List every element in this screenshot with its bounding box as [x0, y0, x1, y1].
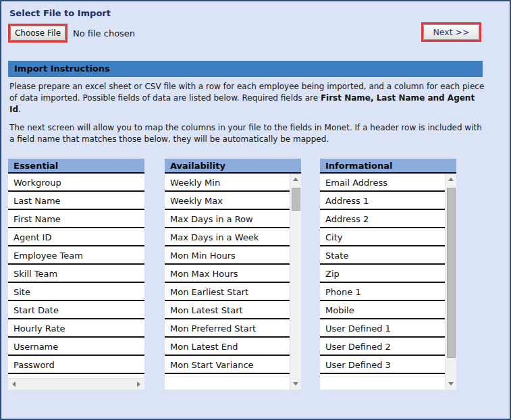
list-item: Skill Team [8, 265, 144, 283]
scroll-down-icon[interactable] [293, 382, 298, 386]
list-item: Agent ID [8, 228, 144, 246]
informational-field-list[interactable]: Email AddressAddress 1Address 2CityState… [320, 174, 456, 390]
choose-file-button[interactable]: Choose File [10, 26, 65, 41]
list-item: Zip [320, 265, 445, 283]
list-item: Mon Earliest Start [165, 283, 290, 301]
list-item: Phone 1 [320, 283, 445, 301]
list-item: Weekly Min [165, 174, 290, 192]
list-item: Mon Latest Start [165, 301, 290, 319]
list-item: Weekly Max [165, 192, 290, 210]
list-item: User Defined 2 [320, 338, 445, 356]
scroll-up-icon[interactable] [293, 178, 298, 181]
file-status-text: No file chosen [73, 28, 135, 38]
instructions-paragraph-2: The next screen will allow you to map th… [9, 122, 486, 145]
list-item: Email Address [320, 174, 445, 192]
scrollbar-thumb[interactable] [447, 188, 456, 358]
next-button-highlight: Next >> [421, 22, 481, 42]
list-item: First Name [8, 210, 144, 228]
list-item: Mon Latest End [165, 338, 290, 356]
list-item: Workgroup [8, 174, 144, 192]
availability-header: Availability [165, 159, 301, 174]
list-item: Mobile [320, 301, 445, 319]
scroll-up-icon[interactable] [448, 178, 454, 181]
list-item: City [320, 228, 445, 246]
page-title: Select File to Import [9, 8, 111, 18]
essential-field-list[interactable]: WorkgroupLast NameFirst NameAgent IDEmpl… [8, 174, 144, 390]
list-item: Mon Start Variance [165, 356, 290, 374]
list-item: Site [8, 283, 144, 301]
vertical-scrollbar[interactable] [290, 174, 301, 390]
scroll-down-icon[interactable] [448, 382, 454, 386]
scroll-right-icon[interactable] [137, 382, 140, 387]
list-item: Mon Preferred Start [165, 319, 290, 338]
import-file-page: Select File to Import Choose File No fil… [0, 0, 511, 420]
list-item: Hourly Rate [8, 319, 144, 338]
informational-header: Informational [320, 159, 456, 174]
list-item: Address 1 [320, 192, 445, 210]
availability-field-list[interactable]: Weekly MinWeekly MaxMax Days in a RowMax… [165, 174, 301, 390]
list-item: Mon Max Hours [165, 265, 290, 283]
list-item: Mon Min Hours [165, 246, 290, 265]
list-item: User Defined 3 [320, 356, 445, 374]
list-item: Employee Team [8, 246, 144, 265]
list-item: Start Date [8, 301, 144, 319]
choose-file-highlight: Choose File [8, 24, 68, 43]
scroll-left-icon[interactable] [12, 382, 16, 387]
instructions-text-end: . [18, 105, 21, 114]
list-item: Max Days in a Row [165, 210, 290, 228]
scrollbar-thumb[interactable] [292, 188, 300, 211]
vertical-scrollbar[interactable] [445, 174, 456, 390]
essential-header: Essential [8, 159, 144, 174]
essential-panel: Essential WorkgroupLast NameFirst NameAg… [8, 159, 144, 390]
list-item: State [320, 246, 445, 265]
list-item: Last Name [8, 192, 144, 210]
list-item: User Defined 1 [320, 319, 445, 338]
instructions-paragraph-1: Please prepare an excel sheet or CSV fil… [9, 81, 486, 115]
import-instructions-header: Import Instructions [8, 61, 483, 77]
next-button[interactable]: Next >> [423, 24, 479, 40]
list-item: Username [8, 338, 144, 356]
horizontal-scrollbar[interactable] [8, 378, 144, 390]
list-item: Address 2 [320, 210, 445, 228]
list-item: Password [8, 356, 144, 374]
availability-panel: Availability Weekly MinWeekly MaxMax Day… [165, 159, 301, 390]
list-item: Max Days in a Week [165, 228, 290, 246]
informational-panel: Informational Email AddressAddress 1Addr… [320, 159, 456, 390]
